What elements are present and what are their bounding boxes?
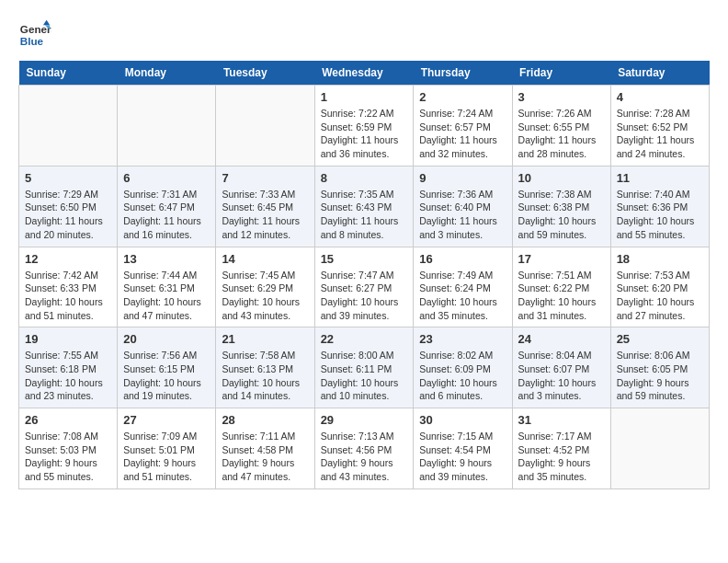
day-info: Sunrise: 7:36 AM Sunset: 6:40 PM Dayligh… <box>419 188 506 242</box>
weekday-header: Saturday <box>610 61 709 86</box>
calendar-cell: 29Sunrise: 7:13 AM Sunset: 4:56 PM Dayli… <box>314 408 414 489</box>
calendar-cell: 31Sunrise: 7:17 AM Sunset: 4:52 PM Dayli… <box>512 408 610 489</box>
day-info: Sunrise: 7:17 AM Sunset: 4:52 PM Dayligh… <box>518 430 605 484</box>
day-info: Sunrise: 7:38 AM Sunset: 6:38 PM Dayligh… <box>518 188 605 242</box>
calendar-cell <box>610 408 709 489</box>
day-info: Sunrise: 7:31 AM Sunset: 6:47 PM Dayligh… <box>123 188 210 242</box>
day-number: 16 <box>419 252 506 266</box>
day-number: 26 <box>25 413 111 427</box>
day-number: 11 <box>617 171 703 185</box>
calendar-cell: 4Sunrise: 7:28 AM Sunset: 6:52 PM Daylig… <box>610 86 709 167</box>
day-number: 18 <box>617 252 703 266</box>
day-number: 10 <box>518 171 605 185</box>
day-number: 20 <box>123 332 210 346</box>
weekday-header: Monday <box>118 61 216 86</box>
day-number: 2 <box>419 90 506 104</box>
day-info: Sunrise: 8:00 AM Sunset: 6:11 PM Dayligh… <box>321 349 408 403</box>
calendar-header-row: SundayMondayTuesdayWednesdayThursdayFrid… <box>19 61 710 86</box>
day-number: 31 <box>518 413 605 427</box>
day-number: 22 <box>321 332 408 346</box>
day-number: 25 <box>617 332 703 346</box>
calendar-cell: 15Sunrise: 7:47 AM Sunset: 6:27 PM Dayli… <box>314 247 414 327</box>
day-info: Sunrise: 7:24 AM Sunset: 6:57 PM Dayligh… <box>419 107 506 161</box>
day-info: Sunrise: 7:11 AM Sunset: 4:58 PM Dayligh… <box>222 430 308 484</box>
day-number: 14 <box>222 252 308 266</box>
day-info: Sunrise: 7:51 AM Sunset: 6:22 PM Dayligh… <box>518 269 605 323</box>
calendar-cell: 16Sunrise: 7:49 AM Sunset: 6:24 PM Dayli… <box>414 247 512 327</box>
day-number: 5 <box>25 171 111 185</box>
calendar-cell: 6Sunrise: 7:31 AM Sunset: 6:47 PM Daylig… <box>118 166 216 247</box>
calendar-cell: 28Sunrise: 7:11 AM Sunset: 4:58 PM Dayli… <box>216 408 314 489</box>
day-number: 28 <box>222 413 308 427</box>
calendar-cell: 1Sunrise: 7:22 AM Sunset: 6:59 PM Daylig… <box>314 86 414 167</box>
weekday-header: Wednesday <box>314 61 414 86</box>
day-info: Sunrise: 7:26 AM Sunset: 6:55 PM Dayligh… <box>518 107 605 161</box>
day-info: Sunrise: 7:08 AM Sunset: 5:03 PM Dayligh… <box>25 430 111 484</box>
calendar-cell: 18Sunrise: 7:53 AM Sunset: 6:20 PM Dayli… <box>610 247 709 327</box>
day-info: Sunrise: 7:55 AM Sunset: 6:18 PM Dayligh… <box>25 349 111 403</box>
calendar-cell: 8Sunrise: 7:35 AM Sunset: 6:43 PM Daylig… <box>314 166 414 247</box>
day-info: Sunrise: 7:40 AM Sunset: 6:36 PM Dayligh… <box>617 188 703 242</box>
weekday-header: Thursday <box>414 61 512 86</box>
day-number: 13 <box>123 252 210 266</box>
day-number: 1 <box>321 90 408 104</box>
calendar-week-row: 1Sunrise: 7:22 AM Sunset: 6:59 PM Daylig… <box>19 86 710 167</box>
svg-text:Blue: Blue <box>20 35 44 47</box>
calendar-cell <box>216 86 314 167</box>
day-info: Sunrise: 7:45 AM Sunset: 6:29 PM Dayligh… <box>222 269 308 323</box>
day-info: Sunrise: 7:33 AM Sunset: 6:45 PM Dayligh… <box>222 188 308 242</box>
day-number: 24 <box>518 332 605 346</box>
calendar-cell: 7Sunrise: 7:33 AM Sunset: 6:45 PM Daylig… <box>216 166 314 247</box>
logo: General Blue <box>18 18 51 52</box>
day-info: Sunrise: 8:04 AM Sunset: 6:07 PM Dayligh… <box>518 349 605 403</box>
day-info: Sunrise: 7:29 AM Sunset: 6:50 PM Dayligh… <box>25 188 111 242</box>
day-info: Sunrise: 7:35 AM Sunset: 6:43 PM Dayligh… <box>321 188 408 242</box>
weekday-header: Tuesday <box>216 61 314 86</box>
weekday-header: Friday <box>512 61 610 86</box>
calendar-cell <box>118 86 216 167</box>
day-number: 30 <box>419 413 506 427</box>
day-number: 8 <box>321 171 408 185</box>
day-number: 3 <box>518 90 605 104</box>
day-info: Sunrise: 7:49 AM Sunset: 6:24 PM Dayligh… <box>419 269 506 323</box>
calendar-cell: 9Sunrise: 7:36 AM Sunset: 6:40 PM Daylig… <box>414 166 512 247</box>
day-number: 12 <box>25 252 111 266</box>
calendar-week-row: 19Sunrise: 7:55 AM Sunset: 6:18 PM Dayli… <box>19 327 710 408</box>
calendar-cell: 20Sunrise: 7:56 AM Sunset: 6:15 PM Dayli… <box>118 327 216 408</box>
day-info: Sunrise: 7:22 AM Sunset: 6:59 PM Dayligh… <box>321 107 408 161</box>
calendar-cell: 3Sunrise: 7:26 AM Sunset: 6:55 PM Daylig… <box>512 86 610 167</box>
calendar-cell: 23Sunrise: 8:02 AM Sunset: 6:09 PM Dayli… <box>414 327 512 408</box>
day-info: Sunrise: 7:44 AM Sunset: 6:31 PM Dayligh… <box>123 269 210 323</box>
calendar-cell: 11Sunrise: 7:40 AM Sunset: 6:36 PM Dayli… <box>610 166 709 247</box>
calendar-cell: 2Sunrise: 7:24 AM Sunset: 6:57 PM Daylig… <box>414 86 512 167</box>
calendar-cell: 14Sunrise: 7:45 AM Sunset: 6:29 PM Dayli… <box>216 247 314 327</box>
calendar-week-row: 12Sunrise: 7:42 AM Sunset: 6:33 PM Dayli… <box>19 247 710 327</box>
day-number: 29 <box>321 413 408 427</box>
calendar-cell <box>19 86 118 167</box>
day-number: 17 <box>518 252 605 266</box>
calendar-cell: 21Sunrise: 7:58 AM Sunset: 6:13 PM Dayli… <box>216 327 314 408</box>
calendar-cell: 10Sunrise: 7:38 AM Sunset: 6:38 PM Dayli… <box>512 166 610 247</box>
calendar-cell: 17Sunrise: 7:51 AM Sunset: 6:22 PM Dayli… <box>512 247 610 327</box>
calendar-cell: 26Sunrise: 7:08 AM Sunset: 5:03 PM Dayli… <box>19 408 118 489</box>
calendar-week-row: 5Sunrise: 7:29 AM Sunset: 6:50 PM Daylig… <box>19 166 710 247</box>
day-number: 21 <box>222 332 308 346</box>
calendar-cell: 30Sunrise: 7:15 AM Sunset: 4:54 PM Dayli… <box>414 408 512 489</box>
day-number: 15 <box>321 252 408 266</box>
day-info: Sunrise: 7:28 AM Sunset: 6:52 PM Dayligh… <box>617 107 703 161</box>
day-info: Sunrise: 8:06 AM Sunset: 6:05 PM Dayligh… <box>617 349 703 403</box>
day-info: Sunrise: 7:42 AM Sunset: 6:33 PM Dayligh… <box>25 269 111 323</box>
day-number: 23 <box>419 332 506 346</box>
calendar-cell: 25Sunrise: 8:06 AM Sunset: 6:05 PM Dayli… <box>610 327 709 408</box>
calendar-cell: 12Sunrise: 7:42 AM Sunset: 6:33 PM Dayli… <box>19 247 118 327</box>
day-number: 6 <box>123 171 210 185</box>
day-number: 27 <box>123 413 210 427</box>
calendar-cell: 13Sunrise: 7:44 AM Sunset: 6:31 PM Dayli… <box>118 247 216 327</box>
day-info: Sunrise: 7:47 AM Sunset: 6:27 PM Dayligh… <box>321 269 408 323</box>
calendar-table: SundayMondayTuesdayWednesdayThursdayFrid… <box>18 61 710 489</box>
day-info: Sunrise: 7:15 AM Sunset: 4:54 PM Dayligh… <box>419 430 506 484</box>
calendar-week-row: 26Sunrise: 7:08 AM Sunset: 5:03 PM Dayli… <box>19 408 710 489</box>
weekday-header: Sunday <box>19 61 118 86</box>
calendar-cell: 5Sunrise: 7:29 AM Sunset: 6:50 PM Daylig… <box>19 166 118 247</box>
day-number: 19 <box>25 332 111 346</box>
